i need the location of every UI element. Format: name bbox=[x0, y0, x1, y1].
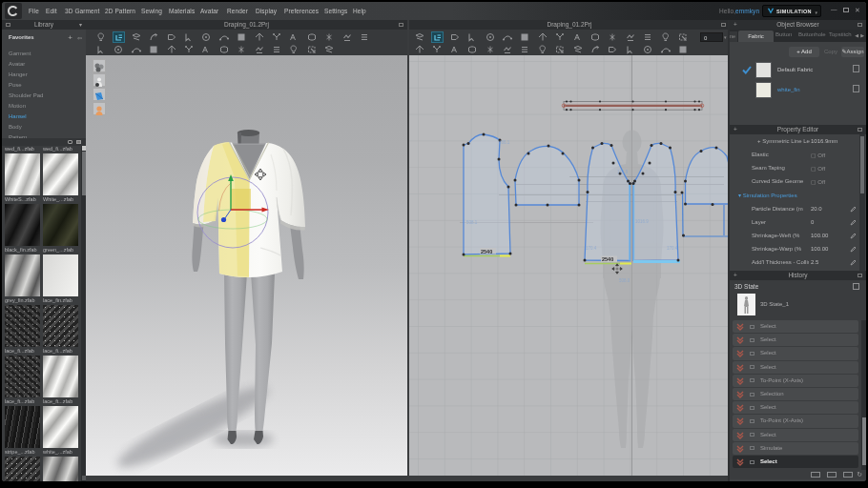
svg-text:1016.9: 1016.9 bbox=[635, 219, 649, 224]
svg-text:166.1: 166.1 bbox=[499, 140, 510, 145]
svg-text:170.4: 170.4 bbox=[667, 246, 678, 251]
svg-text:508.0: 508.0 bbox=[619, 278, 630, 283]
svg-text:170.4: 170.4 bbox=[586, 246, 597, 251]
svg-text:508.1: 508.1 bbox=[466, 220, 478, 225]
svg-text:2540: 2540 bbox=[481, 249, 492, 254]
svg-text:171.9: 171.9 bbox=[617, 170, 629, 174]
svg-text:2540: 2540 bbox=[602, 256, 613, 262]
